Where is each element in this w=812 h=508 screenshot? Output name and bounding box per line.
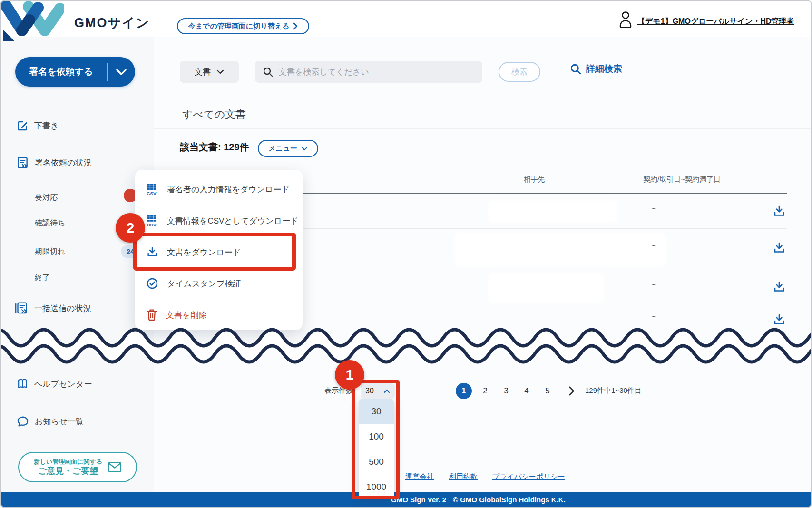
advanced-search-label: 詳細検索 bbox=[586, 63, 622, 75]
menu-item-delete-documents[interactable]: 文書を削除 bbox=[135, 302, 303, 328]
per-page-select[interactable]: 30 bbox=[361, 383, 395, 399]
chevron-down-icon bbox=[301, 147, 308, 151]
sidebar-item-signature-status[interactable]: 署名依頼の状況 bbox=[17, 156, 91, 169]
speech-bubble-icon bbox=[17, 416, 29, 428]
switch-admin-view-button[interactable]: 今までの管理画面に切り替える bbox=[177, 18, 309, 34]
menu-item-timestamp-verify[interactable]: タイムスタンプ検証 bbox=[135, 270, 303, 297]
request-signature-button[interactable]: 署名を依頼する bbox=[15, 57, 135, 87]
table-row-period: ~ bbox=[652, 312, 657, 322]
menu-dropdown-label: メニュー bbox=[268, 144, 297, 153]
bulk-send-doc-icon bbox=[14, 302, 29, 315]
csv-download-icon: CSV bbox=[146, 183, 158, 196]
search-input[interactable]: 文書を検索してください bbox=[255, 61, 482, 83]
menu-item-label: 文書をダウンロード bbox=[167, 247, 241, 258]
sidebar-item-bulk-send-label: 一括送信の状況 bbox=[34, 303, 91, 314]
search-submit-button[interactable]: 検索 bbox=[499, 62, 540, 82]
menu-item-label: 文書を削除 bbox=[166, 310, 206, 321]
sidebar-divider bbox=[1, 365, 154, 365]
per-page-option-1000[interactable]: 1000 bbox=[359, 474, 394, 499]
search-icon bbox=[570, 63, 581, 75]
help-book-icon bbox=[17, 378, 29, 390]
switch-admin-view-label: 今までの管理画面に切り替える bbox=[188, 22, 289, 31]
page-button-3[interactable]: 3 bbox=[500, 386, 512, 396]
feedback-button[interactable]: 新しい管理画面に関する ご意見・ご要望 bbox=[18, 452, 137, 482]
menu-item-download-documents[interactable]: 文書をダウンロード bbox=[135, 239, 303, 265]
search-category-select[interactable]: 文書 bbox=[180, 61, 239, 83]
footer-link-privacy[interactable]: プライバシーポリシー bbox=[492, 472, 565, 481]
search-icon bbox=[263, 67, 273, 77]
sidebar-subitem-action-required[interactable]: 要対応 bbox=[35, 193, 58, 203]
footer-version: GMO Sign Ver. 2 bbox=[391, 496, 446, 504]
page-button-1[interactable]: 1 bbox=[456, 383, 472, 399]
per-page-option-100[interactable]: 100 bbox=[359, 424, 394, 449]
table-row-period: ~ bbox=[652, 280, 657, 290]
menu-item-download-csv[interactable]: CSV 文書情報をCSVとしてダウンロード bbox=[135, 207, 303, 234]
svg-text:CSV: CSV bbox=[147, 191, 157, 196]
signature-status-doc-icon bbox=[17, 156, 29, 169]
per-page-value: 30 bbox=[365, 387, 374, 395]
table-row-period: ~ bbox=[652, 204, 657, 214]
download-icon bbox=[146, 246, 158, 258]
gmo-sign-app: GMOサイン 今までの管理画面に切り替える 【デモ1】GMOグローバルサイン・H… bbox=[0, 0, 812, 508]
svg-text:CSV: CSV bbox=[147, 222, 157, 227]
chevron-down-icon bbox=[216, 69, 224, 74]
sidebar-subitem-expired[interactable]: 期限切れ bbox=[35, 247, 65, 257]
footer-link-company[interactable]: 運営会社 bbox=[405, 472, 434, 481]
timestamp-verify-icon bbox=[146, 277, 158, 290]
sidebar-item-news-list[interactable]: お知らせ一覧 bbox=[17, 416, 84, 428]
account-name-link[interactable]: 【デモ1】GMOグローバルサイン・HD bbox=[637, 17, 772, 27]
envelope-icon bbox=[108, 462, 121, 472]
sidebar-item-signature-status-label: 署名依頼の状況 bbox=[35, 157, 91, 168]
redacted-cell bbox=[490, 203, 615, 221]
row-download-button[interactable] bbox=[773, 313, 786, 326]
per-page-option-30[interactable]: 30 bbox=[359, 399, 394, 424]
feedback-button-text: 新しい管理画面に関する ご意見・ご要望 bbox=[34, 458, 103, 477]
content-divider bbox=[154, 128, 812, 129]
advanced-search-link[interactable]: 詳細検索 bbox=[570, 63, 622, 75]
sidebar-subitem-finished[interactable]: 終了 bbox=[35, 273, 50, 283]
sidebar-item-help-center-label: ヘルプセンター bbox=[34, 379, 92, 390]
menu-item-label: 文書情報をCSVとしてダウンロード bbox=[167, 215, 299, 226]
menu-item-label: タイムスタンプ検証 bbox=[167, 278, 241, 289]
admin-role-link[interactable]: 管理者 bbox=[771, 17, 794, 27]
sidebar-item-news-list-label: お知らせ一覧 bbox=[35, 416, 84, 427]
chevron-down-icon bbox=[116, 69, 127, 75]
trash-icon bbox=[146, 309, 157, 321]
page-button-5[interactable]: 5 bbox=[542, 386, 553, 396]
gmo-sign-logo-icon bbox=[1, 1, 64, 41]
pagination-range: 129件中1~30件目 bbox=[585, 386, 642, 395]
request-signature-dropdown[interactable] bbox=[108, 69, 135, 75]
page-title: すべての文書 bbox=[182, 107, 246, 122]
menu-item-label: 署名者の入力情報をダウンロード bbox=[167, 184, 290, 195]
sidebar-item-bulk-send[interactable]: 一括送信の状況 bbox=[14, 302, 91, 315]
search-category-value: 文書 bbox=[195, 67, 211, 78]
menu-item-download-signer-info[interactable]: CSV 署名者の入力情報をダウンロード bbox=[135, 176, 303, 203]
menu-dropdown-panel: CSV 署名者の入力情報をダウンロード CSV 文書情報をCSVとしてダウンロー… bbox=[135, 170, 303, 330]
page-button-2[interactable]: 2 bbox=[479, 386, 491, 396]
per-page-option-500[interactable]: 500 bbox=[359, 449, 394, 474]
redacted-cell bbox=[457, 235, 664, 264]
redacted-cell bbox=[490, 275, 602, 301]
search-placeholder: 文書を検索してください bbox=[279, 67, 369, 78]
request-signature-label: 署名を依頼する bbox=[15, 66, 107, 78]
chevron-right-icon bbox=[568, 386, 575, 396]
feedback-line1: 新しい管理画面に関する bbox=[34, 458, 103, 466]
sidebar-item-draft[interactable]: 下書き bbox=[17, 120, 59, 132]
chevron-up-icon bbox=[383, 389, 390, 393]
menu-dropdown-button[interactable]: メニュー bbox=[258, 140, 318, 157]
sidebar-divider bbox=[1, 108, 154, 108]
brand-title: GMOサイン bbox=[74, 14, 150, 31]
row-download-button[interactable] bbox=[773, 205, 786, 218]
footer-link-terms[interactable]: 利用約款 bbox=[449, 472, 478, 481]
row-download-button[interactable] bbox=[773, 280, 786, 293]
footer-copyright: © GMO GlobalSign Holdings K.K. bbox=[453, 496, 566, 504]
document-count: 該当文書: 129件 bbox=[180, 141, 249, 154]
sidebar-item-help-center[interactable]: ヘルプセンター bbox=[17, 378, 92, 390]
csv-download-icon: CSV bbox=[146, 214, 158, 227]
sidebar-subitem-waiting-confirm[interactable]: 確認待ち bbox=[35, 218, 65, 228]
per-page-label: 表示件数 bbox=[324, 386, 353, 395]
annotation-step1-badge: 1 bbox=[335, 360, 364, 390]
page-button-4[interactable]: 4 bbox=[521, 386, 532, 396]
row-download-button[interactable] bbox=[773, 241, 786, 254]
next-page-button[interactable] bbox=[564, 384, 578, 398]
